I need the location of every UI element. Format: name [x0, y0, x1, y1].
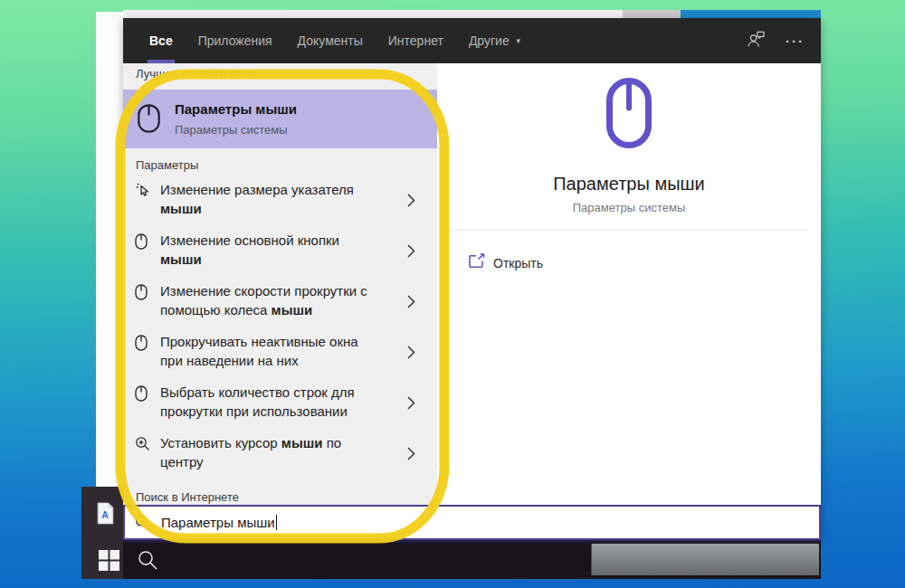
- search-result-item[interactable]: Изменение размера указателямыши: [123, 179, 437, 230]
- search-input[interactable]: Параметры мыши: [123, 505, 821, 540]
- search-input-value: Параметры мыши: [161, 515, 275, 530]
- best-match-subtitle: Параметры системы: [175, 123, 288, 137]
- mouse-icon: [135, 233, 148, 253]
- result-item-text: Изменение размера указателямыши: [160, 180, 403, 218]
- divider: [450, 230, 808, 231]
- background-window-titlebar-accent: [681, 10, 821, 18]
- windows-search-flyout: ВсеПриложенияДокументыИнтернетДругие▼ ··…: [123, 18, 821, 540]
- background-window-titlebar: [123, 10, 623, 18]
- result-item-text: Изменение основной кнопкимыши: [160, 231, 403, 269]
- result-item-text: Изменение скорости прокрутки спомощью ко…: [160, 281, 403, 319]
- best-match-title: Параметры мыши: [175, 101, 297, 117]
- tab-label: Интернет: [388, 33, 443, 48]
- result-item-text: Выбрать количество строк дляпрокрутки пр…: [160, 383, 403, 421]
- tab-label: Документы: [298, 33, 363, 48]
- preview-title: Параметры мыши: [437, 174, 821, 194]
- search-result-item[interactable]: Изменение скорости прокрутки спомощью ко…: [123, 280, 437, 331]
- tab-label: Все: [149, 33, 173, 48]
- search-result-item[interactable]: Изменение основной кнопкимыши: [123, 230, 437, 280]
- chevron-right-icon: [406, 193, 416, 212]
- mouse-icon: [135, 284, 148, 304]
- background-window-edge: [96, 12, 123, 487]
- cursor-click-icon: [135, 183, 150, 202]
- open-external-icon: [468, 253, 485, 272]
- tab-приложения[interactable]: Приложения: [196, 18, 274, 63]
- windows-start-icon[interactable]: [99, 550, 119, 571]
- tab-label: Приложения: [198, 33, 272, 48]
- search-icon: [135, 515, 150, 530]
- tab-label: Другие: [469, 33, 510, 48]
- chevron-right-icon: [406, 345, 416, 364]
- web-search-header: Поиск в Интернете: [136, 490, 239, 504]
- chevron-down-icon: ▼: [515, 37, 522, 45]
- search-result-item[interactable]: Установить курсор мыши поцентру: [123, 432, 437, 483]
- mouse-icon: [138, 104, 160, 137]
- search-filter-tabs: ВсеПриложенияДокументыИнтернетДругие▼: [123, 18, 546, 63]
- best-match-result[interactable]: Параметры мыши Параметры системы: [123, 90, 437, 148]
- mouse-icon: [606, 78, 652, 152]
- chevron-right-icon: [406, 294, 416, 313]
- chevron-right-icon: [406, 395, 416, 414]
- mouse-icon: [135, 385, 148, 405]
- document-icon: A: [96, 502, 115, 528]
- tab-другие[interactable]: Другие▼: [467, 18, 524, 63]
- more-options-icon[interactable]: ···: [786, 34, 805, 48]
- search-result-item[interactable]: Прокручивать неактивные окнапри наведени…: [123, 331, 437, 382]
- tab-все[interactable]: Все: [148, 18, 175, 63]
- preview-panel: Параметры мыши Параметры системы Открыть: [437, 63, 821, 505]
- search-result-item[interactable]: Выбрать количество строк дляпрокрутки пр…: [123, 382, 437, 432]
- taskbar: [123, 543, 821, 579]
- open-action[interactable]: Открыть: [437, 247, 821, 283]
- open-action-label: Открыть: [493, 256, 543, 270]
- user-feedback-icon[interactable]: [747, 30, 766, 52]
- search-results-panel: Лучшее соответствие Параметры мыши Парам…: [123, 63, 437, 505]
- preview-subtitle: Параметры системы: [437, 201, 821, 214]
- taskbar-preview-block: [591, 544, 819, 575]
- settings-result-list: Изменение размера указателямышиИзменение…: [123, 179, 437, 483]
- tab-интернет[interactable]: Интернет: [386, 18, 445, 63]
- background-window-titlebar-segment: [623, 10, 681, 18]
- mouse-icon: [135, 335, 148, 355]
- tab-документы[interactable]: Документы: [296, 18, 365, 63]
- best-match-header: Лучшее соответствие: [136, 67, 253, 81]
- result-item-text: Установить курсор мыши поцентру: [160, 433, 403, 471]
- chevron-right-icon: [406, 243, 416, 262]
- svg-text:A: A: [101, 510, 109, 520]
- zoom-in-icon: [135, 436, 150, 455]
- result-item-text: Прокручивать неактивные окнапри наведени…: [160, 332, 403, 370]
- settings-section-header: Параметры: [136, 158, 198, 172]
- desktop-background: ВсеПриложенияДокументыИнтернетДругие▼ ··…: [0, 0, 905, 588]
- search-header: ВсеПриложенияДокументыИнтернетДругие▼ ··…: [123, 18, 821, 63]
- chevron-right-icon: [406, 446, 416, 465]
- text-caret: [276, 515, 278, 530]
- taskbar-search-icon[interactable]: [138, 550, 158, 574]
